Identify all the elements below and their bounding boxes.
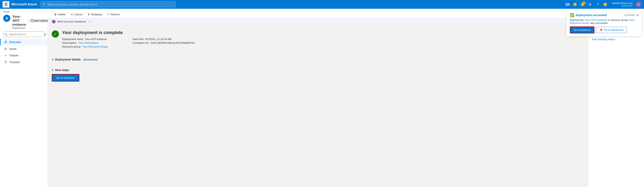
deployment-name-row: Deployment name: Your-ADT-instance xyxy=(62,38,124,40)
help-button[interactable]: ? xyxy=(594,1,601,8)
subscription-label: Subscription: xyxy=(62,42,77,44)
start-time-row: Start time: 6/2/2021, 11:24:14 AM xyxy=(132,38,195,40)
sidebar-search-icon: 🔍 xyxy=(4,33,8,36)
user-org: CONTOSO xyxy=(622,4,632,7)
search-input[interactable] xyxy=(47,3,174,6)
toast-actions: Go to resource 📌 Pin to dashboard xyxy=(570,26,639,34)
feedback-button[interactable]: 😊 xyxy=(572,1,578,8)
user-avatar[interactable]: U xyxy=(636,2,642,7)
main-body: ✓ Your deployment is complete Deployment… xyxy=(48,25,588,187)
cloud-shell-button[interactable]: ⌨ xyxy=(564,1,571,8)
help-icon: ? xyxy=(597,2,599,6)
pin-icon: 📌 xyxy=(600,28,603,32)
notification-badge: 2 xyxy=(582,2,586,4)
next-steps-header[interactable]: ∧ Next steps xyxy=(52,68,584,72)
tutorials-link[interactable]: Start learning today > xyxy=(592,38,616,41)
success-icon: ✓ xyxy=(52,30,59,38)
cancel-button[interactable]: ⊘ Cancel xyxy=(68,12,85,17)
resource-icon: A xyxy=(3,15,10,22)
sidebar-item-inputs[interactable]: ⊞ Inputs xyxy=(0,45,48,52)
breadcrumb-separator: › xyxy=(10,10,11,13)
sidebar-item-overview[interactable]: ⊙ Overview xyxy=(0,38,48,45)
section-name: Overview xyxy=(30,18,49,23)
user-email: user@contoso.com xyxy=(612,2,632,4)
search-icon: 🔍 xyxy=(43,3,46,6)
toast-header: ✅ Deployment succeeded 11:24 AM ✕ xyxy=(570,13,639,17)
deployment-title: Your deployment is complete xyxy=(62,30,195,35)
toast-title[interactable]: Deployment succeeded xyxy=(576,14,607,17)
gear-icon: ⚙ xyxy=(589,2,592,6)
toast-body-prefix: Deployment ' xyxy=(570,18,585,22)
next-steps-section: ∧ Next steps Go to resource xyxy=(52,68,584,82)
refresh-icon: ↻ xyxy=(107,13,110,16)
toast-goto-resource-button[interactable]: Go to resource xyxy=(570,26,594,34)
hamburger-icon: ☰ xyxy=(4,2,8,6)
breadcrumb-home[interactable]: Home xyxy=(3,10,10,13)
cloud-shell-icon: ⌨ xyxy=(565,2,570,6)
topnav-icon-group: ⌨ 😊 🔔 2 ⚙ ? 🙂 xyxy=(564,1,608,8)
svg-text:A: A xyxy=(6,16,8,20)
global-search-box[interactable]: 🔍 xyxy=(40,2,176,7)
start-time-label: Start time: xyxy=(132,38,144,40)
toast-resource-link[interactable]: Your-ADT-instance xyxy=(585,18,606,22)
feedback-arrow: → xyxy=(88,20,90,23)
redeploy-label: Redeploy xyxy=(91,13,102,16)
cancel-icon: ⊘ xyxy=(71,13,73,16)
main-header: 🗑 Delete ⊘ Cancel ⬆ Redeploy ↻ Refresh xyxy=(48,9,588,18)
pin-label: Pin to dashboard xyxy=(604,28,623,32)
delete-icon: 🗑 xyxy=(54,13,57,16)
feedback-text: We'd love your feedback! xyxy=(57,20,86,23)
subscription-row: Subscription: Your-Subscription xyxy=(62,42,124,44)
sidebar-item-outputs[interactable]: ≡ Outputs xyxy=(0,52,48,59)
overview-label: Overview xyxy=(9,40,21,44)
settings-button[interactable]: ⚙ xyxy=(587,1,594,8)
refresh-button[interactable]: ↻ Refresh xyxy=(105,12,122,17)
main-content: 🗑 Delete ⊘ Cancel ⬆ Redeploy ↻ Refresh 🟣 xyxy=(48,9,588,187)
section-divider-2 xyxy=(52,65,584,65)
user-profile[interactable]: user@contoso.com CONTOSO xyxy=(612,2,632,7)
sidebar-search-input[interactable] xyxy=(3,32,44,37)
toast-title-row: ✅ Deployment succeeded xyxy=(570,13,607,17)
toolbar: 🗑 Delete ⊘ Cancel ⬆ Redeploy ↻ Refresh xyxy=(52,11,584,18)
deployment-details-section: ∨ Deployment details (Download) xyxy=(52,57,584,62)
section-divider-1 xyxy=(52,54,584,54)
deployment-details-header[interactable]: ∨ Deployment details (Download) xyxy=(52,57,584,62)
download-link[interactable]: (Download) xyxy=(83,58,98,61)
subscription-value[interactable]: Your-Subscription xyxy=(78,42,98,44)
correlation-label: Correlation ID: xyxy=(132,42,149,44)
feedback-icon: 😊 xyxy=(573,2,577,6)
sidebar-item-template[interactable]: ☰ Template xyxy=(0,59,48,66)
sidebar-collapse-button[interactable]: ≪ xyxy=(44,33,47,36)
goto-resource-main-button[interactable]: Go to resource xyxy=(52,74,79,82)
breadcrumb: Home › xyxy=(0,9,48,13)
inputs-label: Inputs xyxy=(9,47,16,50)
notifications-button[interactable]: 🔔 2 xyxy=(579,1,586,8)
outputs-icon: ≡ xyxy=(4,54,7,57)
template-label: Template xyxy=(9,61,20,64)
deployment-details-label: Deployment details xyxy=(55,58,80,61)
toast-body-middle: ' to resource group ' xyxy=(606,18,629,22)
toast-close-button[interactable]: ✕ xyxy=(636,13,639,17)
copilot-button[interactable]: 🙂 xyxy=(602,1,608,8)
correlation-value: A1bC2dE3fH4iJ5kL6mN7oP8qR9sT0u xyxy=(150,42,195,44)
deployment-name-label: Deployment name: xyxy=(62,38,84,40)
sidebar: Home › A Your-ADT-instance | Overview 📌 … xyxy=(0,9,48,187)
resource-group-value[interactable]: Your-Resource-Group xyxy=(82,45,108,48)
delete-label: Delete xyxy=(58,13,66,16)
redeploy-button[interactable]: ⬆ Redeploy xyxy=(85,12,104,17)
sidebar-search-container: 🔍 ≪ xyxy=(0,30,48,38)
next-steps-expand-icon: ∧ xyxy=(52,69,54,72)
template-icon: ☰ xyxy=(4,60,7,64)
feedback-bar[interactable]: 🟣 We'd love your feedback! → xyxy=(48,18,588,25)
top-navigation: ☰ Microsoft Azure 🔍 ⌨ 😊 🔔 2 ⚙ ? 🙂 user@c… xyxy=(0,0,644,9)
deployment-complete-section: ✓ Your deployment is complete Deployment… xyxy=(52,30,584,48)
menu-toggle-button[interactable]: ☰ xyxy=(2,1,10,8)
resource-group-label: Resource group: xyxy=(62,45,81,48)
toast-pin-button[interactable]: 📌 Pin to dashboard xyxy=(596,27,627,33)
title-separator: | xyxy=(28,18,29,23)
delete-button[interactable]: 🗑 Delete xyxy=(52,12,68,17)
app-logo: Microsoft Azure xyxy=(12,2,37,6)
resource-group-row: Resource group: Your-Resource-Group xyxy=(62,45,124,48)
feedback-smile-icon: 🟣 xyxy=(52,20,56,24)
toast-time: 11:24 AM xyxy=(624,14,634,16)
